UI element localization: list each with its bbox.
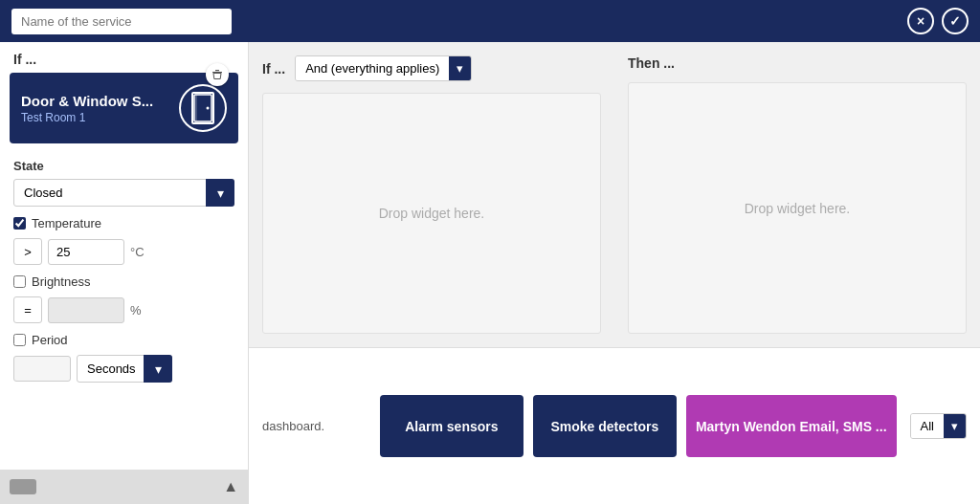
period-value-input[interactable] [13,356,71,382]
device-card-text: Door & Window S... Test Room 1 [21,93,153,124]
svg-point-4 [207,107,210,110]
top-bar-icons: × ✓ [907,8,969,34]
widgets-row: dashboard. Alarm sensors Smoke detectors… [249,348,980,504]
service-name-input[interactable] [11,9,232,34]
brightness-value-input[interactable] [48,297,124,323]
temperature-checkbox-row: Temperature [13,216,234,230]
widget-cards: Alarm sensors Smoke detectors Martyn Wen… [338,395,896,457]
all-dropdown-arrow[interactable]: ▾ [944,414,966,438]
temperature-unit: °C [130,245,145,259]
collapse-btn[interactable] [10,479,36,494]
if-title: If ... [262,61,285,77]
form-section: State Closed Open Temperature > °C [0,153,248,470]
widget-card-alarm[interactable]: Alarm sensors [380,395,523,457]
widget-card-martyn[interactable]: Martyn Wendon Email, SMS ... [686,395,897,457]
brightness-checkbox[interactable] [13,275,26,288]
all-dropdown[interactable]: All ▾ [910,413,967,439]
dashboard-text: dashboard. [262,419,324,433]
state-select[interactable]: Closed Open [13,179,234,207]
close-icon[interactable]: × [907,8,934,34]
and-dropdown[interactable]: And (everything applies) ▾ [295,55,472,81]
and-label[interactable]: And (everything applies) [296,56,449,80]
widget-card-smoke-label: Smoke detectors [541,419,668,434]
period-checkbox-row: Period [13,333,234,347]
period-input-row: Seconds Minutes Hours [13,355,234,383]
brightness-input-row: = % [13,296,234,323]
brightness-label: Brightness [32,274,90,289]
widget-card-martyn-label: Martyn Wendon Email, SMS ... [686,419,897,434]
if-drop-zone: Drop widget here. [262,93,601,334]
widget-card-alarm-label: Alarm sensors [395,419,507,434]
delete-button[interactable] [206,63,229,86]
state-label: State [13,159,234,173]
if-section: If ... And (everything applies) ▾ Drop w… [249,42,614,347]
right-area: If ... And (everything applies) ▾ Drop w… [249,42,980,504]
brightness-unit: % [130,303,142,318]
expand-arrow[interactable]: ▲ [223,478,238,495]
then-section: Then ... Drop widget here. [614,42,980,347]
top-bar: × ✓ [0,0,980,42]
then-drop-label: Drop widget here. [745,201,851,216]
then-drop-zone: Drop widget here. [628,82,967,334]
device-card-subtitle: Test Room 1 [21,111,153,124]
temperature-input-row: > °C [13,238,234,265]
trash-icon [212,69,223,80]
svg-rect-2 [192,93,213,123]
then-title: Then ... [628,55,675,71]
and-dropdown-arrow[interactable]: ▾ [449,56,471,80]
main-content: If ... Door & Window S... Test Room 1 [0,42,980,504]
left-panel: If ... Door & Window S... Test Room 1 [0,42,249,504]
temperature-operator-btn[interactable]: > [13,238,42,265]
bottom-bar: ▲ [0,470,248,504]
if-drop-label: Drop widget here. [379,206,485,221]
then-section-header: Then ... [628,55,967,71]
brightness-checkbox-row: Brightness [13,274,234,289]
device-icon [179,84,227,132]
period-label: Period [32,333,68,347]
svg-rect-1 [215,70,219,71]
device-card-title: Door & Window S... [21,93,153,109]
temperature-value-input[interactable] [48,239,124,265]
state-select-wrapper: Closed Open [13,179,234,207]
conditions-row: If ... And (everything applies) ▾ Drop w… [249,42,980,348]
temperature-label: Temperature [32,216,101,230]
device-card: Door & Window S... Test Room 1 [10,73,238,143]
brightness-operator-btn[interactable]: = [13,296,42,323]
if-section-header: If ... And (everything applies) ▾ [262,55,601,81]
all-label: All [911,414,944,438]
widget-card-smoke[interactable]: Smoke detectors [533,395,677,457]
period-unit-select[interactable]: Seconds Minutes Hours [77,355,172,383]
confirm-icon[interactable]: ✓ [942,8,969,34]
temperature-checkbox[interactable] [13,217,26,230]
period-unit-select-wrapper: Seconds Minutes Hours [77,355,172,383]
door-icon [189,92,216,124]
period-checkbox[interactable] [13,334,26,346]
